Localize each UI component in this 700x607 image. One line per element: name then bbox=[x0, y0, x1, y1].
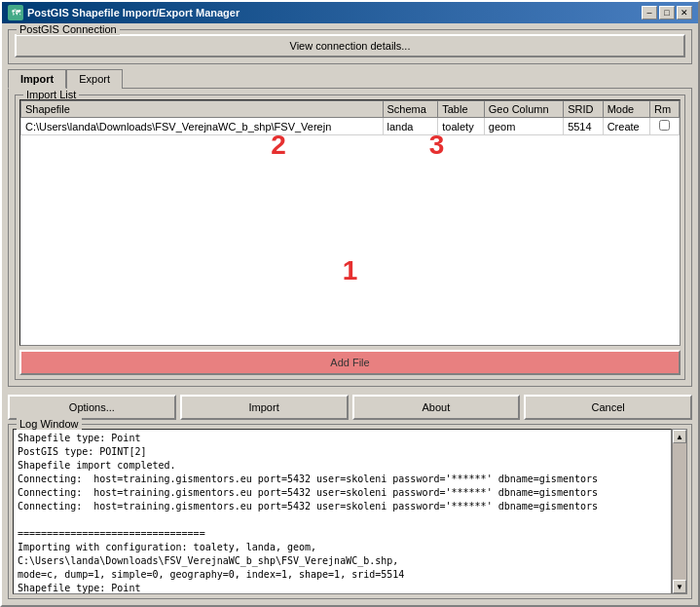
col-shapefile: Shapefile bbox=[21, 101, 384, 118]
col-geo-column: Geo Column bbox=[484, 101, 563, 118]
tab-export[interactable]: Export bbox=[66, 69, 123, 89]
connection-group: PostGIS Connection View connection detai… bbox=[8, 29, 692, 64]
col-table: Table bbox=[438, 101, 485, 118]
scroll-track bbox=[673, 443, 686, 580]
cell-rm[interactable] bbox=[649, 118, 679, 135]
import-list-group: Import List Shapefile Schema Table Geo C… bbox=[15, 95, 685, 380]
action-buttons: Options... Import About Cancel bbox=[8, 391, 692, 420]
window-title: PostGIS Shapefile Import/Export Manager bbox=[27, 7, 239, 19]
log-scrollbar: ▲ ▼ bbox=[672, 429, 687, 594]
about-button[interactable]: About bbox=[352, 395, 521, 420]
import-table: Shapefile Schema Table Geo Column SRID M… bbox=[20, 100, 680, 135]
view-connection-button[interactable]: View connection details... bbox=[15, 34, 685, 57]
title-buttons: – □ ✕ bbox=[642, 6, 692, 19]
close-button[interactable]: ✕ bbox=[677, 6, 692, 19]
app-icon: 🗺 bbox=[8, 5, 23, 20]
table-row[interactable]: C:\Users\landa\Downloads\FSV_VerejnaWC_b… bbox=[21, 118, 680, 135]
scroll-down-button[interactable]: ▼ bbox=[673, 580, 686, 593]
add-file-button[interactable]: Add File bbox=[19, 350, 681, 375]
window-body: PostGIS Connection View connection detai… bbox=[2, 23, 698, 605]
options-button[interactable]: Options... bbox=[8, 395, 176, 420]
cell-schema: landa bbox=[383, 118, 438, 135]
cell-mode: Create bbox=[603, 118, 649, 135]
tab-content: Import List Shapefile Schema Table Geo C… bbox=[8, 88, 692, 387]
col-rm: Rm bbox=[649, 101, 679, 118]
cell-srid: 5514 bbox=[564, 118, 604, 135]
title-bar: 🗺 PostGIS Shapefile Import/Export Manage… bbox=[2, 2, 698, 23]
cell-shapefile: C:\Users\landa\Downloads\FSV_VerejnaWC_b… bbox=[21, 118, 384, 135]
log-content[interactable]: Shapefile type: Point PostGIS type: POIN… bbox=[13, 429, 672, 594]
main-window: 🗺 PostGIS Shapefile Import/Export Manage… bbox=[0, 0, 700, 607]
log-window-group: Log Window Shapefile type: Point PostGIS… bbox=[8, 424, 692, 599]
tab-import[interactable]: Import bbox=[8, 69, 66, 89]
number-label-1: 1 bbox=[343, 255, 358, 285]
cell-geo-column: geom bbox=[484, 118, 563, 135]
tab-bar: Import Export bbox=[8, 68, 692, 88]
col-mode: Mode bbox=[603, 101, 649, 118]
col-schema: Schema bbox=[383, 101, 438, 118]
log-window-label: Log Window bbox=[17, 418, 82, 430]
tabs-section: Import Export Import List Shapefile Sche… bbox=[8, 68, 692, 387]
scroll-up-button[interactable]: ▲ bbox=[673, 430, 686, 443]
minimize-button[interactable]: – bbox=[642, 6, 657, 19]
connection-group-label: PostGIS Connection bbox=[17, 23, 120, 35]
import-table-container[interactable]: Shapefile Schema Table Geo Column SRID M… bbox=[19, 99, 681, 346]
table-header-row: Shapefile Schema Table Geo Column SRID M… bbox=[21, 101, 680, 118]
import-button[interactable]: Import bbox=[180, 395, 349, 420]
maximize-button[interactable]: □ bbox=[659, 6, 675, 19]
rm-checkbox[interactable] bbox=[659, 120, 670, 131]
cancel-button[interactable]: Cancel bbox=[524, 395, 692, 420]
cell-table: toalety bbox=[438, 118, 485, 135]
col-srid: SRID bbox=[564, 101, 604, 118]
title-bar-left: 🗺 PostGIS Shapefile Import/Export Manage… bbox=[8, 5, 239, 20]
